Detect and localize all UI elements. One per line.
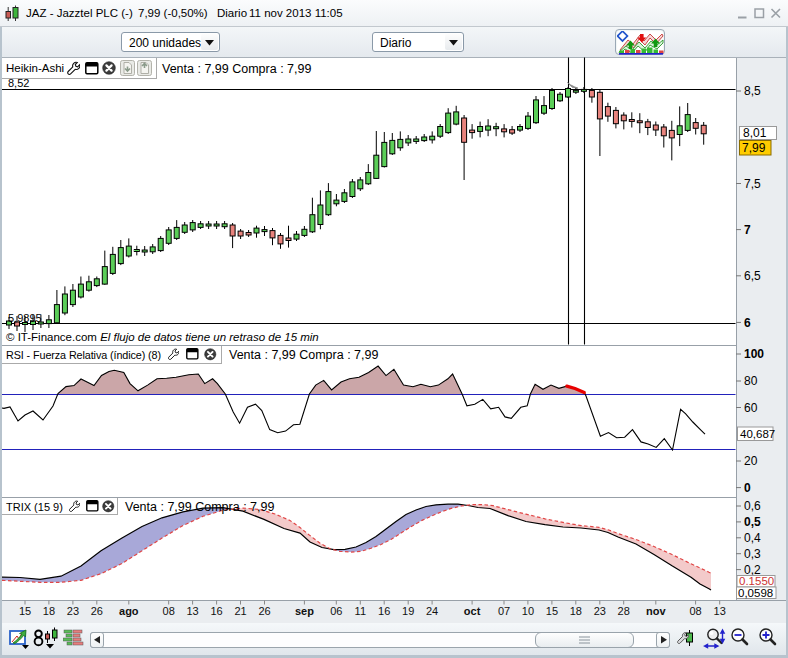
svg-text:8,52: 8,52 — [8, 77, 29, 89]
svg-text:7,5: 7,5 — [744, 177, 761, 191]
svg-text:18: 18 — [43, 605, 55, 617]
svg-text:60: 60 — [744, 401, 758, 415]
svg-text:80: 80 — [744, 374, 758, 388]
svg-text:16: 16 — [210, 605, 222, 617]
svg-text:7,99: 7,99 — [742, 141, 766, 155]
svg-text:sep: sep — [295, 605, 314, 617]
svg-text:26: 26 — [258, 605, 270, 617]
svg-text:8,5: 8,5 — [744, 84, 761, 98]
svg-text:10: 10 — [522, 605, 534, 617]
svg-text:19: 19 — [402, 605, 414, 617]
svg-text:0,5: 0,5 — [744, 515, 761, 529]
svg-text:07: 07 — [498, 605, 510, 617]
svg-text:8,01: 8,01 — [743, 126, 767, 140]
svg-text:08: 08 — [163, 605, 175, 617]
svg-text:ago: ago — [119, 605, 139, 617]
svg-text:40,687: 40,687 — [740, 428, 775, 440]
svg-text:0,4: 0,4 — [744, 531, 761, 545]
svg-text:© IT-Finance.com El flujo de: © IT-Finance.com El flujo de datos tiene… — [6, 331, 319, 343]
svg-text:23: 23 — [594, 605, 606, 617]
svg-text:13: 13 — [186, 605, 198, 617]
svg-text:20: 20 — [744, 454, 758, 468]
svg-text:24: 24 — [426, 605, 438, 617]
svg-text:7: 7 — [744, 223, 751, 237]
svg-text:5,9895: 5,9895 — [8, 312, 42, 324]
svg-text:11: 11 — [355, 605, 366, 617]
svg-text:6,5: 6,5 — [744, 269, 761, 283]
svg-text:0.1550: 0.1550 — [739, 575, 774, 587]
svg-text:15: 15 — [546, 605, 558, 617]
svg-text:0,3: 0,3 — [744, 547, 761, 561]
svg-text:13: 13 — [714, 605, 726, 617]
svg-text:6: 6 — [744, 316, 751, 330]
svg-text:0,0598: 0,0598 — [738, 587, 773, 599]
svg-text:nov: nov — [646, 605, 666, 617]
svg-text:21: 21 — [234, 605, 246, 617]
svg-text:26: 26 — [91, 605, 103, 617]
svg-text:oct: oct — [464, 605, 481, 617]
svg-text:16: 16 — [378, 605, 390, 617]
svg-text:18: 18 — [570, 605, 582, 617]
svg-text:15: 15 — [19, 605, 31, 617]
svg-text:100: 100 — [744, 347, 764, 361]
svg-text:28: 28 — [618, 605, 630, 617]
svg-text:0,6: 0,6 — [744, 499, 761, 513]
svg-text:08: 08 — [689, 605, 701, 617]
svg-text:06: 06 — [330, 605, 342, 617]
svg-text:0: 0 — [744, 481, 751, 495]
svg-text:23: 23 — [67, 605, 79, 617]
